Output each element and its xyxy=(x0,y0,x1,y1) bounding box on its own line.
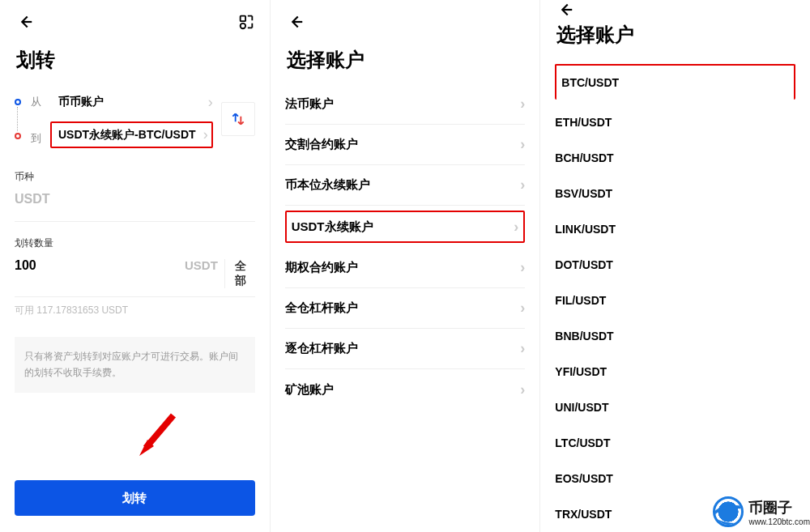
transfer-panel: 划转 从 币币账户 › 到 USDT永续账户-BTC/USDT › xyxy=(0,0,271,532)
list-item-label: 全仓杠杆账户 xyxy=(285,300,358,316)
list-item-label: UNI/USDT xyxy=(555,401,608,414)
chevron-right-icon: › xyxy=(520,96,525,113)
trading-pair-item[interactable]: LTC/USDT xyxy=(555,425,795,461)
chevron-right-icon: › xyxy=(520,340,525,357)
trading-pair-item[interactable]: BSV/USDT xyxy=(555,176,795,211)
list-item-label: 矿池账户 xyxy=(285,382,334,398)
to-account: USDT永续账户-BTC/USDT xyxy=(58,128,203,143)
watermark-logo-icon xyxy=(713,496,744,527)
list-item-label: BSV/USDT xyxy=(555,187,612,200)
swap-button[interactable] xyxy=(221,102,255,136)
scan-icon[interactable] xyxy=(237,13,255,31)
trading-pair-item[interactable]: YFI/USDT xyxy=(555,354,795,389)
list-item-label: 交割合约账户 xyxy=(285,137,358,152)
account-type-item[interactable]: 矿池账户› xyxy=(285,369,526,410)
watermark: 币圈子 www.120btc.com xyxy=(713,496,810,527)
page-title: 划转 xyxy=(0,44,270,84)
list-item-label: 期权合约账户 xyxy=(285,260,358,275)
list-item-label: YFI/USDT xyxy=(555,365,607,378)
to-account-row[interactable]: USDT永续账户-BTC/USDT › xyxy=(50,121,213,148)
account-type-item[interactable]: 法币账户› xyxy=(285,84,526,125)
account-type-item[interactable]: 币本位永续账户› xyxy=(285,165,526,206)
trading-pair-item[interactable]: EOS/USDT xyxy=(555,461,795,496)
list-item-label: LTC/USDT xyxy=(555,436,610,449)
chevron-right-icon: › xyxy=(520,177,525,194)
account-type-item[interactable]: 全仓杠杆账户› xyxy=(285,288,526,329)
select-account-panel: 选择账户 法币账户›交割合约账户›币本位永续账户›USDT永续账户›期权合约账户… xyxy=(271,0,541,532)
chevron-right-icon: › xyxy=(520,300,525,317)
account-type-item[interactable]: 期权合约账户› xyxy=(285,248,526,288)
svg-rect-1 xyxy=(240,23,245,28)
back-icon[interactable] xyxy=(287,13,305,31)
qty-unit: USDT xyxy=(185,258,218,272)
back-icon[interactable] xyxy=(556,1,574,19)
list-item-label: 逐仓杠杆账户 xyxy=(285,341,358,356)
qty-label: 划转数量 xyxy=(15,236,255,250)
coin-value[interactable]: USDT xyxy=(15,192,255,206)
list-item-label: BCH/USDT xyxy=(555,151,613,164)
list-item-label: TRX/USDT xyxy=(555,508,612,521)
list-item-label: ETH/USDT xyxy=(555,116,612,129)
list-item-label: DOT/USDT xyxy=(555,258,613,271)
trading-pair-item[interactable]: LINK/USDT xyxy=(555,211,795,247)
annotation-arrow-icon xyxy=(133,411,181,462)
chevron-right-icon: › xyxy=(520,381,525,398)
submit-button[interactable]: 划转 xyxy=(15,480,255,516)
trading-pair-item[interactable]: ETH/USDT xyxy=(555,104,795,140)
trading-pair-item[interactable]: FIL/USDT xyxy=(555,283,795,318)
chevron-right-icon: › xyxy=(514,219,518,236)
list-item-label: BTC/USDT xyxy=(561,76,619,89)
list-item-label: USDT永续账户 xyxy=(292,219,373,235)
trading-pair-item[interactable]: BNB/USDT xyxy=(555,318,795,354)
list-item-label: LINK/USDT xyxy=(555,223,616,236)
from-account-row[interactable]: 从 币币账户 › xyxy=(15,84,255,120)
account-type-item[interactable]: 交割合约账户› xyxy=(285,125,526,165)
qty-input[interactable] xyxy=(15,258,185,273)
chevron-right-icon: › xyxy=(208,94,213,111)
notice-text: 只有将资产划转到对应账户才可进行交易。账户间的划转不收取手续费。 xyxy=(15,337,255,393)
to-label: 到 xyxy=(31,131,50,146)
chevron-right-icon: › xyxy=(203,126,208,143)
from-account: 币币账户 xyxy=(50,95,208,109)
chevron-right-icon: › xyxy=(520,259,525,276)
list-item-label: BNB/USDT xyxy=(555,330,613,343)
svg-rect-0 xyxy=(240,16,245,21)
trading-pair-item[interactable]: UNI/USDT xyxy=(555,389,795,425)
chevron-right-icon: › xyxy=(520,136,525,153)
account-type-item[interactable]: USDT永续账户› xyxy=(285,211,526,243)
available-balance: 可用 117.17831653 USDT xyxy=(15,304,255,317)
list-item-label: FIL/USDT xyxy=(555,294,606,307)
back-icon[interactable] xyxy=(16,13,34,31)
select-pair-panel: 选择账户 BTC/USDTETH/USDTBCH/USDTBSV/USDTLIN… xyxy=(540,0,810,532)
list-item-label: 币本位永续账户 xyxy=(285,177,370,193)
trading-pair-item[interactable]: BTC/USDT xyxy=(555,64,795,100)
max-button[interactable]: 全部 xyxy=(224,259,255,288)
list-item-label: 法币账户 xyxy=(285,96,334,112)
trading-pair-item[interactable]: DOT/USDT xyxy=(555,247,795,283)
trading-pair-item[interactable]: BCH/USDT xyxy=(555,140,795,176)
list-item-label: EOS/USDT xyxy=(555,472,613,485)
page-title: 选择账户 xyxy=(271,44,540,84)
page-title: 选择账户 xyxy=(540,19,810,59)
account-type-item[interactable]: 逐仓杠杆账户› xyxy=(285,329,526,369)
from-label: 从 xyxy=(31,95,50,109)
coin-label: 币种 xyxy=(15,170,255,184)
